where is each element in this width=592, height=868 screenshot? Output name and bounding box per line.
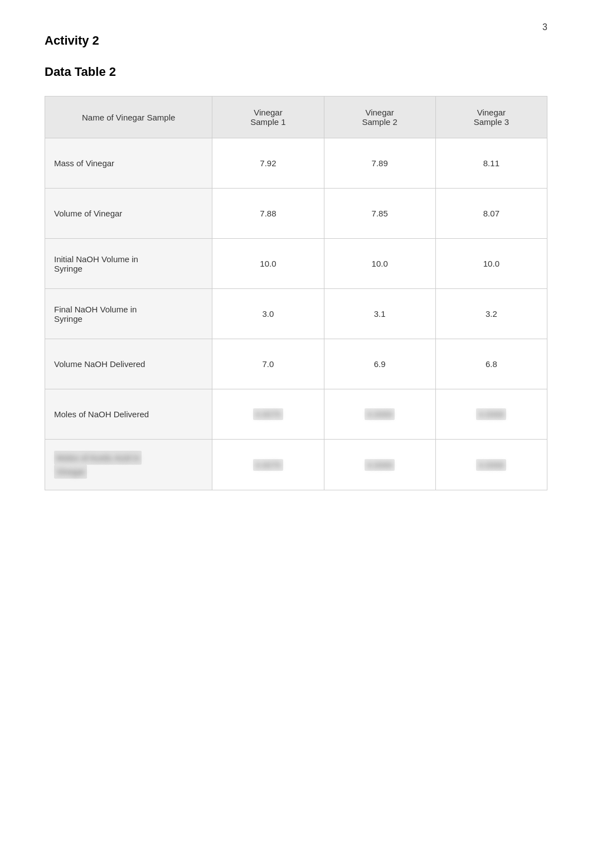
col-header-sample1: Vinegar Sample 1 (212, 97, 324, 138)
table-row: Initial NaOH Volume in Syringe 10.0 10.0… (45, 239, 547, 289)
cell-moles-sample3: 0.0068 (435, 389, 547, 440)
data-table: Name of Vinegar Sample Vinegar Sample 1 … (45, 96, 547, 490)
cell-initial-sample1: 10.0 (212, 239, 324, 289)
row-label-volume-naoh: Volume NaOH Delivered (45, 339, 212, 389)
cell-volume-sample3: 8.07 (435, 189, 547, 239)
cell-final-sample2: 3.1 (324, 289, 435, 339)
table-row: Mass of Vinegar 7.92 7.89 8.11 (45, 138, 547, 189)
cell-blurred-sample3: 0.0068 (435, 440, 547, 490)
cell-vol-naoh-sample1: 7.0 (212, 339, 324, 389)
cell-moles-sample1: 0.0070 (212, 389, 324, 440)
table-row: Volume of Vinegar 7.88 7.85 8.07 (45, 189, 547, 239)
cell-final-sample1: 3.0 (212, 289, 324, 339)
row-label-mass-vinegar: Mass of Vinegar (45, 138, 212, 189)
row-label-initial-naoh: Initial NaOH Volume in Syringe (45, 239, 212, 289)
col-header-label: Name of Vinegar Sample (45, 97, 212, 138)
row-label-final-naoh: Final NaOH Volume in Syringe (45, 289, 212, 339)
table-row: Volume NaOH Delivered 7.0 6.9 6.8 (45, 339, 547, 389)
cell-mass-sample1: 7.92 (212, 138, 324, 189)
cell-vol-naoh-sample2: 6.9 (324, 339, 435, 389)
row-label-moles-naoh: Moles of NaOH Delivered (45, 389, 212, 440)
cell-initial-sample2: 10.0 (324, 239, 435, 289)
table-row: Final NaOH Volume in Syringe 3.0 3.1 3.2 (45, 289, 547, 339)
row-label-blurred: Moles of Acetic Acid in Vinegar (45, 440, 212, 490)
col-header-sample2: Vinegar Sample 2 (324, 97, 435, 138)
activity-title: Activity 2 (45, 33, 547, 48)
col-header-sample3: Vinegar Sample 3 (435, 97, 547, 138)
cell-moles-sample2: 0.0069 (324, 389, 435, 440)
cell-volume-sample2: 7.85 (324, 189, 435, 239)
cell-mass-sample2: 7.89 (324, 138, 435, 189)
table-row: Moles of NaOH Delivered 0.0070 0.0069 0.… (45, 389, 547, 440)
row-label-volume-vinegar: Volume of Vinegar (45, 189, 212, 239)
cell-blurred-sample1: 0.0070 (212, 440, 324, 490)
cell-blurred-sample2: 0.0069 (324, 440, 435, 490)
cell-initial-sample3: 10.0 (435, 239, 547, 289)
table-row: Moles of Acetic Acid in Vinegar 0.0070 0… (45, 440, 547, 490)
cell-final-sample3: 3.2 (435, 289, 547, 339)
data-table-title: Data Table 2 (45, 65, 547, 79)
cell-mass-sample3: 8.11 (435, 138, 547, 189)
cell-vol-naoh-sample3: 6.8 (435, 339, 547, 389)
page-number: 3 (542, 22, 547, 32)
cell-volume-sample1: 7.88 (212, 189, 324, 239)
